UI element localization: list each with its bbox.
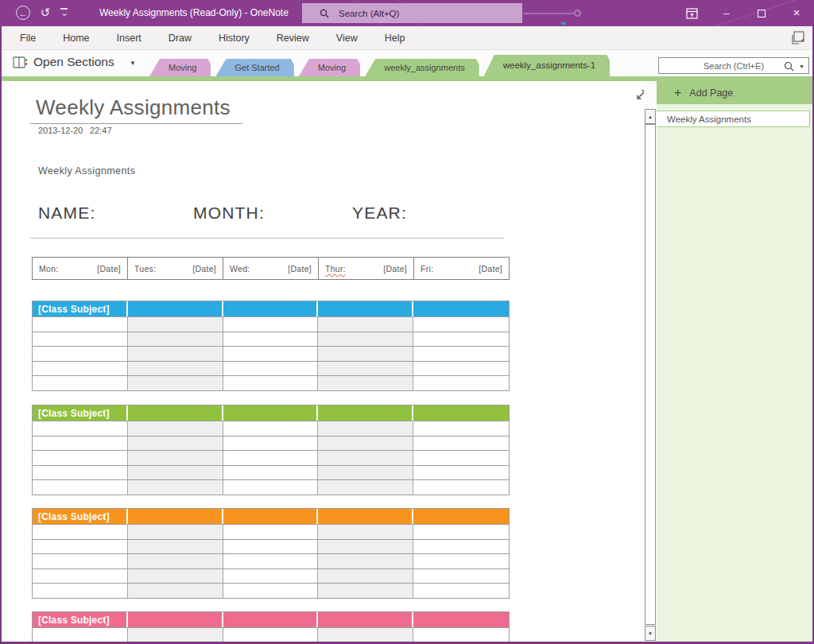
section-search-placeholder: Search (Ctrl+E) (704, 61, 764, 71)
class-table-header-row: [Class Subject] (33, 405, 509, 421)
date-placeholder: [Date] (288, 264, 312, 274)
class-table-header-cell (128, 405, 223, 421)
weekday-label: Mon: (39, 264, 59, 274)
menu-item-help[interactable]: Help (371, 26, 419, 50)
table-cell (223, 347, 319, 361)
table-cell (413, 466, 509, 480)
ribbon-menu-bar: FileHomeInsertDrawHistoryReviewViewHelp (0, 26, 814, 50)
table-cell (413, 628, 509, 642)
table-cell (413, 569, 509, 584)
chevron-down-icon[interactable]: ▼ (799, 64, 804, 69)
chevron-down-icon[interactable]: ▼ (130, 60, 136, 67)
menu-item-draw[interactable]: Draw (155, 26, 205, 50)
notebook-icon (13, 56, 27, 72)
menu-item-review[interactable]: Review (263, 26, 323, 50)
full-page-view-expand-icon[interactable] (634, 87, 644, 102)
table-cell (33, 332, 128, 347)
class-table-header-cell (223, 612, 319, 627)
section-search-input[interactable]: Search (Ctrl+E) ▼ (658, 57, 809, 74)
section-tab-get-started[interactable]: Get Started (215, 59, 293, 76)
table-row (33, 568, 509, 584)
table-row (33, 346, 509, 361)
scroll-down-icon[interactable]: ▼ (645, 626, 656, 641)
table-cell (413, 451, 509, 465)
table-row (33, 436, 509, 451)
class-subject-table: [Class Subject] (32, 405, 510, 495)
titlebar-decoration (523, 13, 574, 14)
table-cell (33, 466, 128, 480)
table-cell (128, 554, 223, 568)
year-field-label: YEAR: (352, 204, 407, 223)
table-cell (33, 421, 128, 436)
scrollbar-thumb[interactable] (645, 124, 656, 625)
class-subject-label: [Class Subject] (33, 511, 110, 522)
table-cell (318, 554, 413, 568)
vertical-scrollbar[interactable]: ▲ ▼ (644, 81, 657, 642)
table-cell (413, 525, 509, 539)
table-cell (33, 362, 128, 376)
menu-item-insert[interactable]: Insert (103, 26, 155, 50)
add-page-button[interactable]: + Add Page (657, 81, 812, 104)
weekday-header-table: Mon:[Date]Tues:[Date]Wed:[Date]Thur:[Dat… (32, 257, 510, 280)
class-subject-label: [Class Subject] (33, 615, 110, 626)
ribbon-display-options-icon[interactable] (674, 0, 709, 26)
class-table-header-cell (223, 301, 319, 316)
weekday-cell: Tues:[Date] (128, 258, 223, 279)
table-row (33, 553, 509, 568)
table-cell (223, 332, 319, 347)
table-cell (223, 376, 319, 390)
table-cell (128, 480, 223, 495)
table-cell (318, 421, 413, 436)
titlebar-search-input[interactable]: Search (Alt+Q) (302, 3, 522, 23)
class-table-header-cell (223, 405, 319, 421)
window-controls: ─ ✕ (674, 0, 814, 26)
maximize-button[interactable] (744, 0, 779, 26)
menu-item-history[interactable]: History (205, 26, 263, 50)
full-page-view-icon[interactable] (790, 30, 806, 46)
section-tab-moving[interactable]: Moving (149, 59, 211, 76)
back-icon[interactable]: ← (16, 6, 30, 20)
class-table-header-row: [Class Subject] (33, 612, 509, 627)
class-table-header-cell (128, 509, 223, 524)
page-list-item[interactable]: Weekly Assignments (657, 111, 810, 127)
section-tab-moving[interactable]: Moving (299, 59, 360, 76)
undo-icon[interactable]: ↺ (38, 6, 52, 20)
table-cell (33, 347, 128, 361)
section-tab-weekly_assignments[interactable]: weekly_assignments (365, 59, 479, 76)
table-cell (413, 436, 509, 451)
table-row (33, 583, 509, 598)
table-row (33, 375, 509, 390)
class-table-header-cell (223, 509, 319, 524)
scroll-up-icon[interactable]: ▲ (645, 109, 656, 124)
body-heading: Weekly Assignments (38, 165, 135, 177)
table-cell (318, 451, 413, 465)
quick-access-toolbar-chevron-icon[interactable]: ⌄ (59, 6, 70, 20)
class-table-header-row: [Class Subject] (33, 301, 509, 316)
month-field-label: MONTH: (193, 204, 265, 223)
table-cell (33, 554, 128, 568)
section-tab-weekly_assignments-1[interactable]: weekly_assignments-1 (484, 55, 610, 76)
table-row (33, 539, 509, 554)
menu-item-view[interactable]: View (323, 26, 371, 50)
table-row (33, 332, 509, 347)
search-icon (784, 60, 794, 75)
table-cell (318, 466, 413, 480)
class-table-header-cell: [Class Subject] (33, 612, 128, 627)
weekday-label: Tues: (134, 264, 156, 274)
close-button[interactable]: ✕ (779, 0, 814, 26)
menu-item-home[interactable]: Home (49, 26, 103, 50)
table-cell (128, 362, 223, 376)
table-cell (318, 362, 413, 376)
table-cell (33, 540, 128, 554)
weekday-cell: Wed:[Date] (223, 258, 319, 279)
section-tabs: MovingGet StartedMovingweekly_assignment… (149, 55, 610, 76)
table-cell (413, 317, 509, 332)
table-cell (33, 317, 128, 332)
page-title: Weekly Assignments (36, 95, 231, 120)
minimize-button[interactable]: ─ (709, 0, 744, 26)
table-cell (128, 436, 223, 451)
open-sections-dropdown[interactable]: Open Sections (33, 55, 114, 69)
menu-item-file[interactable]: File (6, 26, 49, 50)
table-cell (223, 569, 319, 584)
table-cell (413, 584, 509, 598)
